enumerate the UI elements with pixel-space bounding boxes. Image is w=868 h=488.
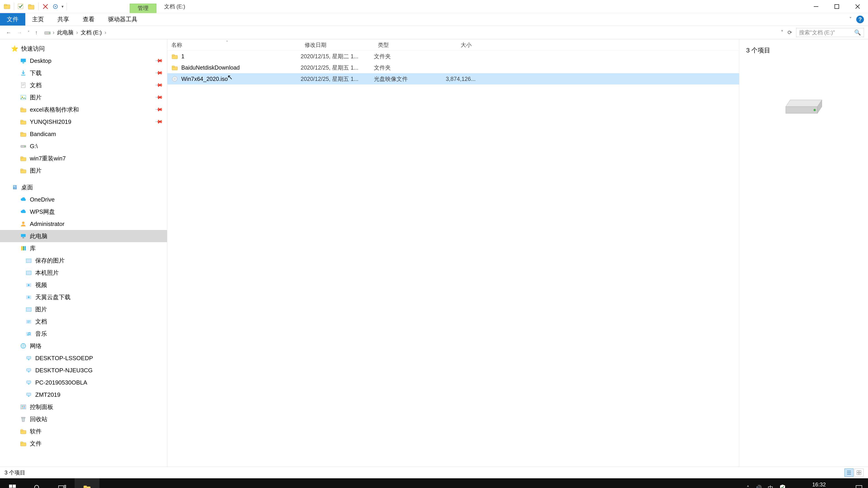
nav-desktop-item[interactable]: 网络 — [0, 340, 167, 352]
file-list: 名称˄ 修改日期 类型 大小 12020/12/15, 星期二 1...文件夹B… — [167, 39, 739, 466]
close-button[interactable] — [847, 0, 868, 13]
nav-child-item[interactable]: ZMT2019 — [0, 389, 167, 401]
nav-label: 文档 — [30, 81, 41, 89]
nav-child-item[interactable]: 图片 — [0, 303, 167, 315]
col-date[interactable]: 修改日期 — [301, 41, 374, 48]
nav-child-item[interactable]: 文档 — [0, 315, 167, 328]
nav-desktop-item[interactable]: 软件 — [0, 425, 167, 437]
nav-desktop-item[interactable]: WPS网盘 — [0, 205, 167, 218]
col-name[interactable]: 名称˄ — [167, 41, 301, 48]
taskbar-clock[interactable]: 16:32 2020/12/25, 星期五 — [792, 481, 846, 488]
svg-rect-84 — [84, 486, 87, 488]
nav-child-item[interactable]: 保存的图片 — [0, 254, 167, 267]
nav-desktop-item[interactable]: 库 — [0, 242, 167, 254]
crumb-this-pc[interactable]: 此电脑 — [56, 29, 75, 37]
chevron-right-icon[interactable]: › — [53, 29, 55, 36]
nav-quick-item[interactable]: G:\ — [0, 140, 167, 152]
nav-desktop-item[interactable]: 控制面板 — [0, 401, 167, 413]
nav-child-item[interactable]: 音乐 — [0, 328, 167, 340]
desktop-icon — [20, 57, 27, 64]
help-button[interactable]: ? — [856, 15, 864, 23]
context-tab-manage[interactable]: 管理 — [130, 4, 156, 13]
taskbar-search-button[interactable] — [25, 478, 50, 488]
minimize-button[interactable] — [806, 0, 827, 13]
qat-delete-icon[interactable] — [41, 3, 49, 10]
nav-child-item[interactable]: 天翼云盘下载 — [0, 291, 167, 303]
start-button[interactable] — [0, 478, 25, 488]
recent-dropdown-icon[interactable]: ˅ — [28, 30, 30, 35]
up-button[interactable]: ↑ — [35, 29, 38, 36]
ribbon-tab-share[interactable]: 共享 — [51, 13, 76, 26]
taskbar-explorer-button[interactable] — [74, 478, 99, 488]
chevron-right-icon[interactable]: › — [76, 29, 78, 36]
col-type[interactable]: 类型 — [374, 41, 435, 48]
ime-indicator[interactable]: 中 — [768, 484, 773, 488]
nav-quick-item[interactable]: YUNQISHI2019📌 — [0, 116, 167, 128]
chevron-right-icon[interactable]: › — [104, 29, 106, 36]
svg-marker-67 — [786, 100, 822, 107]
clock-time: 16:32 — [796, 481, 842, 488]
file-row[interactable]: 12020/12/15, 星期二 1...文件夹 — [167, 51, 739, 62]
search-icon[interactable]: 🔍 — [854, 29, 861, 36]
column-headers: 名称˄ 修改日期 类型 大小 — [167, 39, 739, 51]
qat-dropdown-icon[interactable]: ▾ — [61, 4, 64, 9]
tray-overflow-icon[interactable]: ˄ — [747, 485, 749, 488]
nav-quick-item[interactable]: Desktop📌 — [0, 55, 167, 67]
forward-button[interactable]: → — [17, 29, 22, 36]
task-view-button[interactable] — [50, 478, 74, 488]
nav-quick-access[interactable]: ⭐ 快速访问 — [0, 42, 167, 55]
view-details-button[interactable] — [844, 468, 854, 477]
search-placeholder: 搜索"文档 (E:)" — [799, 29, 835, 36]
nav-child-item[interactable]: 视频 — [0, 279, 167, 291]
volume-icon[interactable]: 🔊 — [755, 485, 762, 488]
qat-settings-icon[interactable] — [52, 3, 59, 10]
nav-desktop-item[interactable]: OneDrive — [0, 193, 167, 205]
security-icon[interactable] — [779, 484, 786, 488]
nav-quick-item[interactable]: 文档📌 — [0, 79, 167, 91]
svg-point-41 — [29, 334, 30, 335]
refresh-button[interactable]: ⟳ — [787, 29, 792, 36]
crumb-drive[interactable]: 文档 (E:) — [79, 29, 103, 37]
preview-pane: 3 个项目 — [739, 39, 868, 466]
breadcrumb[interactable]: › 此电脑 › 文档 (E:) › — [43, 29, 777, 37]
nav-label: DESKTOP-LSSOEDP — [35, 355, 93, 362]
ribbon-collapse-icon[interactable]: ˅ — [849, 17, 852, 22]
nav-quick-item[interactable]: 图片📌 — [0, 91, 167, 103]
nav-quick-item[interactable]: excel表格制作求和📌 — [0, 103, 167, 116]
doc-icon — [20, 82, 27, 89]
nav-quick-item[interactable]: 下载📌 — [0, 67, 167, 79]
qat-check-icon[interactable] — [18, 3, 25, 10]
libdl-icon — [25, 294, 32, 300]
nav-desktop-item[interactable]: 回收站 — [0, 413, 167, 425]
ribbon-tab-view[interactable]: 查看 — [76, 13, 101, 26]
back-button[interactable]: ← — [6, 29, 11, 36]
ribbon-tab-home[interactable]: 主页 — [25, 13, 51, 26]
svg-rect-81 — [64, 485, 66, 487]
svg-rect-1 — [4, 4, 7, 6]
maximize-button[interactable] — [827, 0, 847, 13]
col-size[interactable]: 大小 — [435, 41, 475, 48]
nav-child-item[interactable]: PC-20190530OBLA — [0, 377, 167, 389]
nav-child-item[interactable]: DESKTOP-LSSOEDP — [0, 352, 167, 364]
nav-quick-item[interactable]: 图片 — [0, 164, 167, 177]
nav-child-item[interactable]: DESKTOP-NJEU3CG — [0, 364, 167, 377]
search-input[interactable]: 搜索"文档 (E:)" 🔍 — [796, 28, 864, 37]
qat-folder-icon[interactable] — [27, 3, 35, 10]
nav-child-item[interactable]: 本机照片 — [0, 267, 167, 279]
file-row[interactable]: Win7x64_2020.iso2020/12/25, 星期五 1...光盘映像… — [167, 73, 739, 85]
nav-label: 桌面 — [21, 184, 33, 191]
nav-quick-item[interactable]: Bandicam — [0, 128, 167, 140]
nav-desktop-item[interactable]: 此电脑 — [0, 230, 167, 242]
nav-desktop-item[interactable]: Administrator — [0, 218, 167, 230]
address-dropdown-icon[interactable]: ˅ — [781, 29, 783, 36]
file-row[interactable]: BaiduNetdiskDownload2020/12/25, 星期五 1...… — [167, 62, 739, 73]
svg-rect-85 — [856, 486, 862, 488]
action-center-button[interactable]: 3 — [852, 478, 866, 488]
nav-quick-item[interactable]: win7重装win7 — [0, 152, 167, 164]
nav-desktop-item[interactable]: 文件 — [0, 437, 167, 450]
address-bar: ← → ˅ ↑ › 此电脑 › 文档 (E:) › ˅ ⟳ 搜索"文档 (E:)… — [0, 26, 868, 39]
ribbon-tab-file[interactable]: 文件 — [0, 13, 25, 26]
nav-desktop[interactable]: 🖥 桌面 — [0, 181, 167, 193]
view-large-icons-button[interactable] — [855, 468, 864, 477]
ribbon-tab-drive-tools[interactable]: 驱动器工具 — [101, 13, 144, 26]
